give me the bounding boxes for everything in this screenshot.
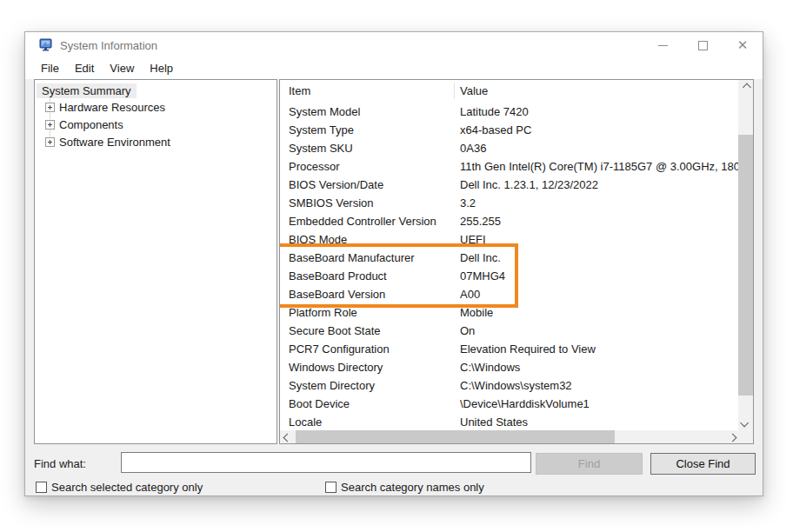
item-cell: Locale: [289, 413, 454, 431]
scroll-up-arrow[interactable]: [738, 80, 753, 95]
horizontal-scroll-thumb[interactable]: [296, 430, 615, 444]
window-title: System Information: [60, 39, 157, 52]
chevron-down-icon: [740, 419, 749, 428]
item-cell: System Model: [289, 103, 454, 121]
category-tree-pane: System Summary Hardware ResourcesCompone…: [34, 79, 277, 444]
column-header-value[interactable]: Value: [460, 80, 488, 103]
value-cell: 0A36: [460, 139, 738, 157]
value-cell: Mobile: [460, 303, 738, 322]
maximize-button[interactable]: [683, 32, 723, 58]
value-cell: C:\Windows\system32: [460, 376, 738, 395]
menu-file[interactable]: File: [33, 58, 67, 79]
menu-help[interactable]: Help: [142, 58, 181, 79]
desktop: { "window": { "title": "System Informati…: [0, 0, 793, 532]
chevron-left-icon: [283, 434, 292, 442]
window-controls: ✕: [643, 32, 763, 58]
item-cell: Platform Role: [289, 303, 454, 322]
menu-edit[interactable]: Edit: [67, 58, 102, 79]
expand-plus-icon[interactable]: [45, 137, 55, 147]
expand-plus-icon[interactable]: [45, 103, 55, 112]
close-find-button[interactable]: Close Find: [650, 453, 756, 475]
item-cell: Windows Directory: [289, 358, 454, 376]
table-row[interactable]: LocaleUnited States: [280, 413, 740, 431]
find-button[interactable]: Find: [536, 453, 643, 475]
tree-item-components[interactable]: Components: [45, 116, 277, 133]
menu-view[interactable]: View: [102, 58, 142, 79]
tree-item-software-environment[interactable]: Software Environment: [45, 133, 277, 150]
table-row[interactable]: Platform RoleMobile: [280, 303, 740, 322]
table-row[interactable]: BaseBoard VersionA00: [280, 285, 740, 303]
item-cell: Embedded Controller Version: [289, 212, 454, 230]
minimize-button[interactable]: [643, 32, 683, 58]
search-selected-category-checkbox[interactable]: [36, 482, 47, 493]
vertical-scrollbar[interactable]: [738, 80, 753, 430]
value-cell: A00: [460, 285, 738, 303]
category-tree: System Summary Hardware ResourcesCompone…: [35, 80, 277, 150]
value-cell: On: [460, 322, 738, 340]
table-row[interactable]: System Typex64-based PC: [280, 121, 740, 139]
item-cell: Boot Device: [289, 395, 454, 413]
minimize-icon: [658, 45, 668, 46]
scrollbar-corner: [738, 430, 753, 444]
table-row[interactable]: Processor11th Gen Intel(R) Core(TM) i7-1…: [280, 157, 740, 176]
value-cell: United States: [460, 413, 738, 431]
search-category-names-option: Search category names only: [325, 480, 484, 494]
table-row[interactable]: BaseBoard ManufacturerDell Inc.: [280, 249, 740, 267]
table-row[interactable]: System ModelLatitude 7420: [280, 103, 740, 121]
value-cell: \Device\HarddiskVolume1: [460, 395, 738, 413]
item-cell: Processor: [289, 157, 454, 176]
table-row[interactable]: BIOS ModeUEFI: [280, 230, 740, 249]
column-separator[interactable]: [454, 83, 455, 99]
table-row[interactable]: System SKU0A36: [280, 139, 740, 157]
expand-plus-icon[interactable]: [45, 120, 55, 130]
chevron-up-icon: [743, 83, 751, 92]
column-header-item[interactable]: Item: [289, 80, 310, 103]
scroll-left-arrow[interactable]: [280, 430, 295, 444]
tree-item-label: Components: [59, 118, 123, 131]
value-cell: 255.255: [460, 212, 738, 230]
value-cell: x64-based PC: [460, 121, 738, 139]
find-input[interactable]: [121, 452, 531, 473]
value-cell: 3.2: [460, 194, 738, 212]
value-cell: Elevation Required to View: [460, 340, 738, 358]
value-cell: 11th Gen Intel(R) Core(TM) i7-1185G7 @ 3…: [460, 157, 738, 176]
value-cell: Latitude 7420: [460, 103, 738, 121]
value-cell: Dell Inc.: [460, 249, 738, 267]
value-cell: Dell Inc. 1.23.1, 12/23/2022: [460, 176, 738, 194]
detail-list-pane: Item Value System ModelLatitude 7420Syst…: [279, 79, 754, 444]
item-cell: BaseBoard Manufacturer: [289, 249, 454, 267]
table-row[interactable]: Secure Boot StateOn: [280, 322, 740, 340]
item-cell: SMBIOS Version: [289, 194, 454, 212]
tree-item-system-summary[interactable]: System Summary: [37, 83, 137, 98]
search-category-names-label: Search category names only: [341, 481, 484, 494]
title-bar: System Information ✕: [25, 32, 763, 58]
table-row[interactable]: BaseBoard Product07MHG4: [280, 267, 740, 285]
search-selected-category-option: Search selected category only: [36, 480, 203, 494]
table-row[interactable]: System DirectoryC:\Windows\system32: [280, 376, 740, 395]
item-cell: System SKU: [289, 139, 454, 157]
horizontal-scrollbar[interactable]: [280, 430, 740, 444]
item-cell: BIOS Version/Date: [289, 176, 454, 194]
find-what-label: Find what:: [34, 457, 86, 470]
value-cell: 07MHG4: [460, 267, 738, 285]
table-row[interactable]: SMBIOS Version3.2: [280, 194, 740, 212]
tree-item-hardware-resources[interactable]: Hardware Resources: [45, 98, 277, 116]
table-row[interactable]: PCR7 ConfigurationElevation Required to …: [280, 340, 740, 358]
vertical-scroll-thumb[interactable]: [738, 135, 753, 396]
value-cell: C:\Windows: [460, 358, 738, 376]
search-category-names-checkbox[interactable]: [325, 482, 337, 493]
scroll-down-arrow[interactable]: [738, 416, 753, 430]
chevron-right-icon: [729, 434, 737, 442]
table-row[interactable]: Boot Device\Device\HarddiskVolume1: [280, 395, 740, 413]
close-button[interactable]: ✕: [723, 32, 763, 58]
item-cell: System Directory: [289, 376, 454, 395]
item-cell: BaseBoard Version: [289, 285, 454, 303]
list-body: System ModelLatitude 7420System Typex64-…: [280, 103, 740, 431]
maximize-icon: [698, 41, 708, 50]
list-header: Item Value: [280, 80, 740, 103]
item-cell: PCR7 Configuration: [289, 340, 454, 358]
close-icon: ✕: [737, 39, 749, 52]
table-row[interactable]: BIOS Version/DateDell Inc. 1.23.1, 12/23…: [280, 176, 740, 194]
table-row[interactable]: Windows DirectoryC:\Windows: [280, 358, 740, 376]
table-row[interactable]: Embedded Controller Version255.255: [280, 212, 740, 230]
